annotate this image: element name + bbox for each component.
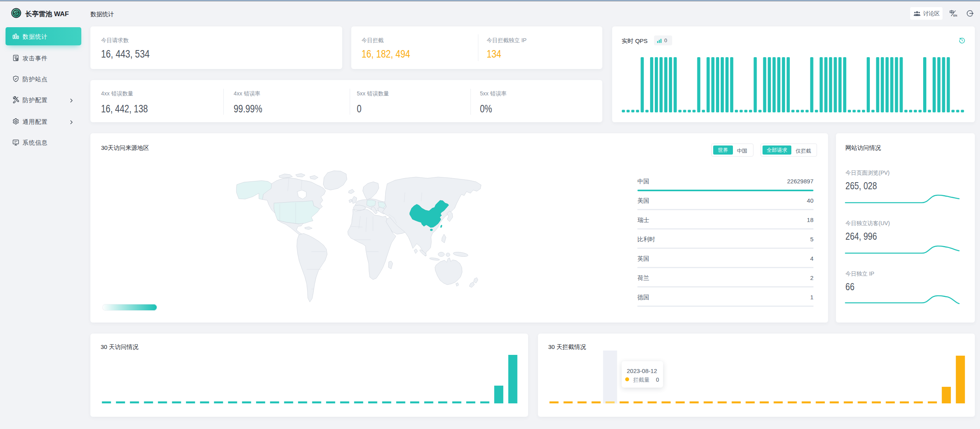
svg-text:EN: EN [953, 14, 957, 17]
